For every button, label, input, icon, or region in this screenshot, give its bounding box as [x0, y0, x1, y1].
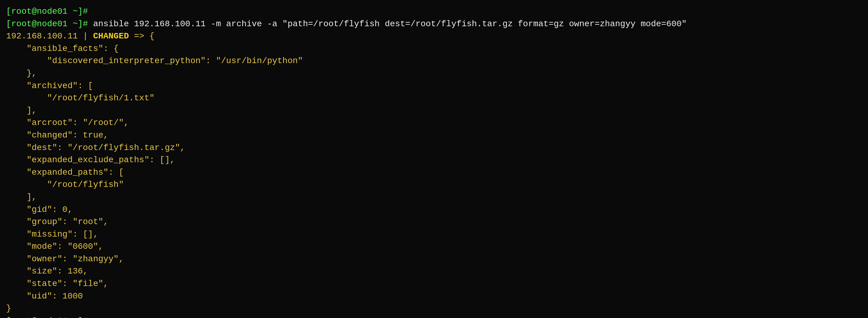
terminal-line-arcroot-line: "arcroot": "/root/", — [6, 117, 862, 129]
terminal-line-state-line: "state": "file", — [6, 278, 862, 290]
terminal-line-prompt2: [root@node01 ~]# — [6, 315, 862, 318]
terminal-line-expanded-exclude-line: "expanded_exclude_paths": [], — [6, 154, 862, 167]
terminal-line-dest-line: "dest": "/root/flyfish.tar.gz", — [6, 142, 862, 154]
terminal-line-size-line: "size": 136, — [6, 265, 862, 278]
terminal-line-gid-line: "gid": 0, — [6, 204, 862, 216]
terminal-line-mode-line: "mode": "0600", — [6, 240, 862, 253]
terminal-line-result-header: 192.168.100.11 | CHANGED => { — [6, 30, 862, 43]
terminal-line-expanded-paths-close: ], — [6, 191, 862, 204]
terminal-line-ansible-facts-key: "ansible_facts": { — [6, 43, 862, 55]
terminal-line-expanded-paths-key: "expanded_paths": [ — [6, 167, 862, 179]
terminal-line-changed-line: "changed": true, — [6, 129, 862, 142]
terminal-line-prompt1: [root@node01 ~]# — [6, 5, 862, 18]
terminal-line-ansible-facts-close: }, — [6, 67, 862, 80]
terminal-line-archived-key: "archived": [ — [6, 80, 862, 92]
terminal-line-interpreter-line: "discovered_interpreter_python": "/usr/b… — [6, 55, 862, 67]
terminal-line-owner-line: "owner": "zhangyy", — [6, 253, 862, 265]
terminal-line-command: [root@node01 ~]# ansible 192.168.100.11 … — [6, 18, 862, 30]
terminal-line-expanded-paths-value: "/root/flyfish" — [6, 179, 862, 191]
terminal-line-close-brace: } — [6, 302, 862, 315]
terminal-line-archived-close: ], — [6, 105, 862, 117]
terminal-line-uid-line: "uid": 1000 — [6, 290, 862, 303]
terminal-line-group-line: "group": "root", — [6, 216, 862, 228]
terminal: [root@node01 ~]#[root@node01 ~]# ansible… — [6, 5, 862, 318]
terminal-line-archived-value: "/root/flyfish/1.txt" — [6, 92, 862, 105]
terminal-line-missing-line: "missing": [], — [6, 228, 862, 241]
